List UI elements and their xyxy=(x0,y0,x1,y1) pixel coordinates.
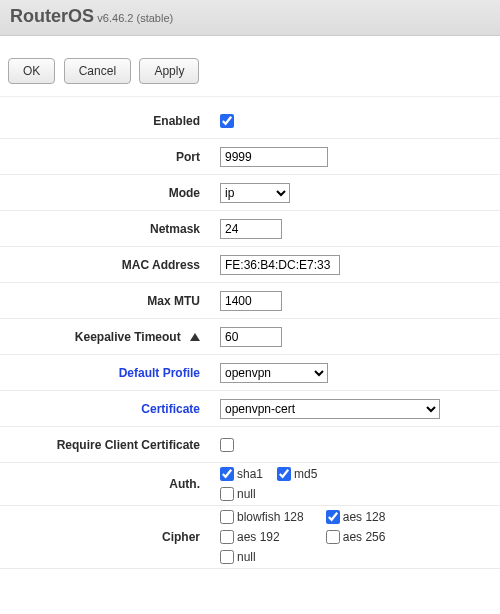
auth-null-label: null xyxy=(237,487,256,501)
mode-select[interactable]: ip xyxy=(220,183,290,203)
apply-button[interactable]: Apply xyxy=(139,58,199,84)
cipher-bf128-checkbox[interactable] xyxy=(220,510,234,524)
cipher-aes256-checkbox[interactable] xyxy=(326,530,340,544)
app-version: v6.46.2 (stable) xyxy=(97,12,173,24)
enabled-checkbox[interactable] xyxy=(220,114,234,128)
cipher-label: Cipher xyxy=(0,530,210,544)
auth-sha1-checkbox[interactable] xyxy=(220,467,234,481)
mac-label: MAC Address xyxy=(0,258,210,272)
cipher-aes128-checkbox[interactable] xyxy=(326,510,340,524)
keepalive-label: Keepalive Timeout xyxy=(0,330,210,344)
button-bar: OK Cancel Apply xyxy=(0,36,500,97)
mtu-label: Max MTU xyxy=(0,294,210,308)
config-form: Enabled Port Mode ip Netmask MAC Address… xyxy=(0,97,500,569)
netmask-input[interactable] xyxy=(220,219,282,239)
auth-sha1-label: sha1 xyxy=(237,467,263,481)
auth-null-checkbox[interactable] xyxy=(220,487,234,501)
cipher-null-label: null xyxy=(237,550,256,564)
certificate-select[interactable]: openvpn-cert xyxy=(220,399,440,419)
triangle-up-icon[interactable] xyxy=(190,333,200,341)
keepalive-input[interactable] xyxy=(220,327,282,347)
cipher-aes128-label: aes 128 xyxy=(343,510,386,524)
app-title: RouterOS xyxy=(10,6,94,26)
reqclient-label: Require Client Certificate xyxy=(0,438,210,452)
reqclient-checkbox[interactable] xyxy=(220,438,234,452)
cipher-aes192-checkbox[interactable] xyxy=(220,530,234,544)
title-bar: RouterOS v6.46.2 (stable) xyxy=(0,0,500,36)
certificate-label[interactable]: Certificate xyxy=(0,402,210,416)
enabled-label: Enabled xyxy=(0,114,210,128)
netmask-label: Netmask xyxy=(0,222,210,236)
mtu-input[interactable] xyxy=(220,291,282,311)
port-label: Port xyxy=(0,150,210,164)
auth-md5-checkbox[interactable] xyxy=(277,467,291,481)
mode-label: Mode xyxy=(0,186,210,200)
mac-input[interactable] xyxy=(220,255,340,275)
ok-button[interactable]: OK xyxy=(8,58,55,84)
profile-select[interactable]: openvpn xyxy=(220,363,328,383)
cancel-button[interactable]: Cancel xyxy=(64,58,131,84)
cipher-bf128-label: blowfish 128 xyxy=(237,510,304,524)
port-input[interactable] xyxy=(220,147,328,167)
auth-label: Auth. xyxy=(0,477,210,491)
profile-label[interactable]: Default Profile xyxy=(0,366,210,380)
cipher-aes256-label: aes 256 xyxy=(343,530,386,544)
cipher-null-checkbox[interactable] xyxy=(220,550,234,564)
cipher-aes192-label: aes 192 xyxy=(237,530,280,544)
auth-md5-label: md5 xyxy=(294,467,317,481)
